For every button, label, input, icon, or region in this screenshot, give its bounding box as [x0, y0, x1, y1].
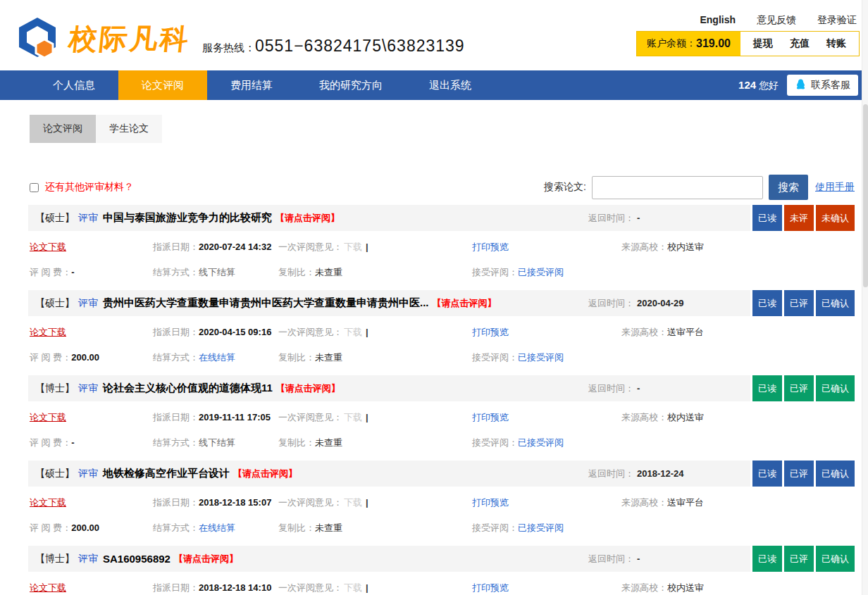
click-to-review-link[interactable]: 【请点击评阅】: [174, 553, 238, 565]
print-preview-link[interactable]: 打印预览: [472, 327, 509, 337]
paper-download-link[interactable]: 论文下载: [30, 242, 66, 252]
nav-item-fee-settlement[interactable]: 费用结算: [207, 70, 296, 100]
accept-label: 接受评阅：: [472, 267, 518, 277]
accept-value-link[interactable]: 已接受评阅: [518, 267, 564, 277]
degree-badge: 【博士】: [35, 382, 75, 395]
assign-date-value: 2020-07-24 14:32: [199, 242, 271, 252]
assign-date-label: 指派日期：: [153, 242, 199, 252]
return-time-label: 返回时间：: [588, 298, 634, 308]
status-confirmed-button[interactable]: 已确认: [816, 290, 855, 316]
return-time-label: 返回时间：: [588, 468, 634, 479]
source-school-value: 送审平台: [667, 327, 704, 337]
paper-download-link[interactable]: 论文下载: [30, 582, 66, 593]
degree-badge: 【硕士】: [35, 297, 75, 310]
search-button[interactable]: 搜索: [769, 175, 808, 200]
nav-item-personal-info[interactable]: 个人信息: [30, 70, 118, 100]
paper-download-link[interactable]: 论文下载: [30, 497, 66, 508]
accept-value-link[interactable]: 已接受评阅: [518, 352, 564, 363]
print-preview-link[interactable]: 打印预览: [472, 497, 509, 508]
link-feedback[interactable]: 意见反馈: [757, 14, 796, 27]
review-link[interactable]: 评审: [78, 468, 98, 480]
greeting-text: 您好: [759, 80, 779, 91]
search-input[interactable]: [592, 176, 763, 199]
balance-label: 账户余额：: [647, 37, 696, 50]
click-to-review-link[interactable]: 【请点击评阅】: [433, 297, 497, 310]
print-preview-link[interactable]: 打印预览: [472, 412, 509, 422]
print-preview-link[interactable]: 打印预览: [472, 242, 509, 252]
fee-value: 200.00: [71, 352, 99, 363]
logo[interactable]: 校际凡科: [16, 17, 190, 61]
paper-detail-row-2: 评 阅 费：- 结算方式：线下结算 复制比：未查重 接受评阅：已接受评阅: [28, 266, 855, 279]
settle-label: 结算方式：: [153, 352, 199, 363]
settle-value[interactable]: 线下结算: [199, 437, 235, 448]
source-school-value: 校内送审: [667, 412, 704, 422]
click-to-review-link[interactable]: 【请点击评阅】: [276, 382, 340, 395]
status-read-button[interactable]: 已读: [752, 290, 782, 316]
status-confirmed-button[interactable]: 已确认: [816, 546, 855, 572]
link-login-verify[interactable]: 登录验证: [817, 14, 857, 27]
user-manual-link[interactable]: 使用手册: [815, 181, 855, 194]
paper-head-bar: 【硕士】 评审 中国与泰国旅游业竞争力的比较研究 【请点击评阅】 返回时间：-: [28, 205, 750, 231]
accept-label: 接受评阅：: [472, 522, 518, 533]
review-link[interactable]: 评审: [78, 212, 98, 225]
page-scrollbar[interactable]: [862, 0, 868, 595]
logo-hexagon-icon: [16, 17, 59, 61]
status-read-button[interactable]: 已读: [752, 375, 782, 401]
status-reviewed-button[interactable]: 已评: [784, 546, 814, 572]
status-read-button[interactable]: 已读: [752, 546, 782, 572]
nav-item-paper-review[interactable]: 论文评阅: [118, 70, 207, 100]
search-group: 搜索论文: 搜索 使用手册: [544, 175, 855, 200]
accept-value-link[interactable]: 已接受评阅: [518, 522, 564, 533]
paper-head-bar: 【硕士】 评审 贵州中医药大学查重数量申请贵州中医药大学查重数量申请贵州中医..…: [28, 290, 750, 316]
paper-download-link[interactable]: 论文下载: [30, 327, 66, 337]
click-to-review-link[interactable]: 【请点击评阅】: [233, 468, 297, 480]
status-confirmed-button[interactable]: 已确认: [816, 461, 855, 487]
withdraw-button[interactable]: 提现: [753, 37, 773, 50]
transfer-button[interactable]: 转账: [826, 37, 846, 50]
degree-badge: 【硕士】: [35, 212, 75, 225]
paper-item: 【博士】 评审 论社会主义核心价值观的道德体现11 【请点击评阅】 返回时间：-…: [28, 375, 855, 449]
nav-item-research-direction[interactable]: 我的研究方向: [296, 70, 406, 100]
status-reviewed-button[interactable]: 未评: [784, 205, 814, 231]
paper-item: 【硕士】 评审 中国与泰国旅游业竞争力的比较研究 【请点击评阅】 返回时间：- …: [28, 205, 855, 279]
assign-date-value: 2019-11-11 17:05: [199, 412, 271, 422]
nav-item-logout[interactable]: 退出系统: [406, 70, 495, 100]
paper-head: 【硕士】 评审 中国与泰国旅游业竞争力的比较研究 【请点击评阅】 返回时间：- …: [28, 205, 855, 231]
status-reviewed-button[interactable]: 已评: [784, 290, 814, 316]
settle-value[interactable]: 线下结算: [199, 267, 235, 277]
settle-label: 结算方式：: [153, 522, 199, 533]
recharge-button[interactable]: 充值: [790, 37, 810, 50]
status-reviewed-button[interactable]: 已评: [784, 375, 814, 401]
accept-value-link[interactable]: 已接受评阅: [518, 437, 564, 448]
copy-ratio-label: 复制比：: [278, 522, 315, 533]
settle-value[interactable]: 在线结算: [199, 522, 235, 533]
status-confirmed-button[interactable]: 已确认: [816, 375, 855, 401]
pipe-divider: |: [366, 412, 368, 422]
tab-student-papers[interactable]: 学生论文: [96, 115, 162, 143]
assign-date-label: 指派日期：: [153, 497, 199, 508]
nav-right: 124 您好 联系客服: [738, 70, 858, 100]
click-to-review-link[interactable]: 【请点击评阅】: [275, 212, 340, 225]
paper-detail-row-1: 论文下载 指派日期：2020-04-15 09:16 一次评阅意见：下载| 打印…: [28, 326, 855, 339]
status-read-button[interactable]: 已读: [752, 461, 782, 487]
settle-value[interactable]: 在线结算: [199, 352, 235, 363]
other-materials-checkbox[interactable]: [30, 183, 39, 192]
return-time-value: 2020-04-29: [637, 298, 684, 308]
tab-paper-review[interactable]: 论文评阅: [30, 115, 96, 143]
scrollbar-thumb[interactable]: [863, 104, 868, 287]
review-link[interactable]: 评审: [78, 297, 98, 310]
pipe-divider: |: [366, 242, 368, 252]
link-english[interactable]: English: [700, 14, 736, 27]
status-read-button[interactable]: 已读: [752, 205, 782, 231]
review-link[interactable]: 评审: [78, 382, 98, 395]
print-preview-link[interactable]: 打印预览: [472, 582, 509, 593]
return-time-value: 2018-12-24: [637, 468, 684, 479]
pipe-divider: |: [366, 327, 368, 337]
review-link[interactable]: 评审: [78, 553, 98, 565]
balance-box: 账户余额： 319.00 提现 充值 转账: [636, 31, 860, 56]
status-reviewed-button[interactable]: 已评: [784, 461, 814, 487]
status-confirmed-button[interactable]: 未确认: [816, 205, 855, 231]
paper-download-link[interactable]: 论文下载: [30, 412, 66, 422]
paper-head-bar: 【硕士】 评审 地铁检修高空作业平台设计 【请点击评阅】 返回时间：2018-1…: [28, 461, 750, 487]
contact-service-button[interactable]: 联系客服: [787, 75, 858, 96]
